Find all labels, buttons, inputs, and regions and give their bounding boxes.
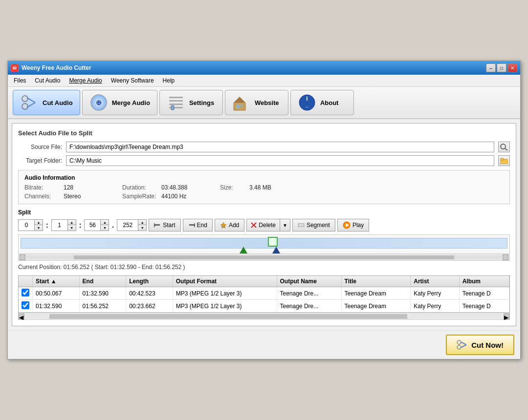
- svg-point-23: [501, 144, 506, 149]
- play-label: Play: [352, 222, 364, 229]
- add-button[interactable]: Add: [215, 219, 244, 231]
- row-checkbox[interactable]: [22, 301, 29, 309]
- end-icon: [188, 222, 195, 229]
- col-start[interactable]: Start ▲: [33, 276, 80, 287]
- scroll-right-btn[interactable]: [503, 254, 508, 260]
- svg-point-42: [458, 341, 460, 343]
- hours-spinbox[interactable]: ▲ ▼: [18, 219, 43, 231]
- row-album: Teenage D: [459, 287, 509, 300]
- milliseconds-up[interactable]: ▲: [138, 220, 146, 225]
- source-input[interactable]: [66, 142, 494, 152]
- start-label: Start: [163, 222, 175, 229]
- col-end[interactable]: End: [79, 276, 126, 287]
- colon-1: :: [45, 221, 49, 229]
- row-checkbox[interactable]: [22, 289, 29, 296]
- svg-text:i: i: [306, 95, 308, 102]
- target-browse-button[interactable]: [498, 155, 510, 166]
- target-label: Target Folder:: [18, 157, 62, 164]
- minutes-spinbox[interactable]: ▲ ▼: [51, 219, 76, 231]
- toolbar-settings[interactable]: Settings: [159, 90, 223, 115]
- cut-now-button[interactable]: Cut Now!: [446, 335, 514, 355]
- delete-button[interactable]: Delete: [246, 219, 280, 231]
- timeline-area[interactable]: [18, 234, 510, 261]
- split-section: Split ▲ ▼ : ▲ ▼ :: [18, 209, 510, 320]
- hours-input[interactable]: [19, 221, 34, 230]
- hours-arrows: ▲ ▼: [34, 220, 43, 231]
- timeline-handle[interactable]: [268, 237, 278, 247]
- end-marker: [272, 247, 280, 253]
- hours-up[interactable]: ▲: [35, 220, 43, 225]
- svg-text:✂: ✂: [13, 66, 17, 71]
- row-album: Teenage D: [459, 300, 509, 313]
- seconds-spinbox[interactable]: ▲ ▼: [84, 219, 109, 231]
- milliseconds-arrows: ▲ ▼: [138, 220, 146, 231]
- col-length[interactable]: Length: [126, 276, 173, 287]
- menu-files[interactable]: Files: [10, 76, 30, 85]
- seconds-input[interactable]: [85, 221, 100, 230]
- hours-down[interactable]: ▼: [35, 225, 43, 231]
- toolbar-cut-audio[interactable]: Cut Audio: [13, 90, 80, 115]
- toolbar: Cut Audio ⊕ Merge Audio: [8, 87, 520, 119]
- bitrate-value: 128: [64, 184, 122, 191]
- end-button[interactable]: End: [183, 219, 213, 231]
- delete-btn-wrap: Delete ▼: [246, 219, 290, 231]
- hscroll-right[interactable]: ▶: [504, 314, 509, 319]
- source-browse-button[interactable]: [498, 142, 510, 152]
- seconds-arrows: ▲ ▼: [100, 220, 109, 231]
- row-format: MP3 (MPEG 1/2 Layer 3): [173, 300, 277, 313]
- toolbar-website[interactable]: Website: [225, 90, 288, 115]
- menu-cut-audio[interactable]: Cut Audio: [31, 76, 64, 85]
- segment-button[interactable]: Segment: [292, 219, 335, 231]
- section-title: Select Audio File to Split: [18, 129, 510, 137]
- col-title[interactable]: Title: [341, 276, 411, 287]
- seconds-up[interactable]: ▲: [101, 220, 109, 225]
- target-input[interactable]: [66, 155, 494, 166]
- minimize-button[interactable]: –: [486, 63, 496, 72]
- samplerate-value: 44100 Hz: [161, 193, 220, 200]
- menu-merge-audio[interactable]: Merge Audio: [65, 76, 106, 85]
- menu-bar: Files Cut Audio Merge Audio Weeny Softwa…: [8, 75, 520, 87]
- col-artist[interactable]: Artist: [411, 276, 459, 287]
- toolbar-merge-audio[interactable]: ⊕ Merge Audio: [82, 90, 157, 115]
- seconds-down[interactable]: ▼: [101, 225, 109, 231]
- menu-weeny-software[interactable]: Weeny Software: [107, 76, 158, 85]
- svg-point-41: [458, 346, 460, 348]
- delete-dropdown-arrow[interactable]: ▼: [280, 219, 290, 231]
- minutes-arrows: ▲ ▼: [67, 220, 76, 231]
- svg-marker-17: [234, 97, 245, 103]
- row-title: Teenage Dream: [341, 300, 411, 313]
- audio-info-box: Audio Information Bitrate: 128 Duration:…: [18, 170, 510, 204]
- row-end: 01:56.252: [79, 300, 126, 313]
- milliseconds-input[interactable]: [117, 221, 138, 230]
- table-hscroll[interactable]: ◀ ▶: [18, 313, 510, 320]
- delete-label: Delete: [259, 222, 276, 229]
- split-controls: ▲ ▼ : ▲ ▼ : ▲ ▼: [18, 219, 510, 231]
- hscroll-left[interactable]: ◀: [19, 314, 24, 319]
- col-album[interactable]: Album: [459, 276, 509, 287]
- col-output-name[interactable]: Output Name: [277, 276, 341, 287]
- minutes-up[interactable]: ▲: [68, 220, 76, 225]
- toolbar-about[interactable]: i _ About: [290, 90, 354, 115]
- table-container[interactable]: Start ▲ End Length Output Format Output …: [18, 275, 510, 313]
- row-checkbox-cell[interactable]: [19, 300, 33, 313]
- milliseconds-spinbox[interactable]: ▲ ▼: [117, 219, 147, 231]
- row-length: 00:23.662: [126, 300, 173, 313]
- svg-marker-30: [193, 223, 195, 228]
- close-button[interactable]: ✕: [507, 63, 517, 72]
- start-icon: [154, 222, 161, 229]
- timeline-scrollbar[interactable]: [19, 253, 509, 260]
- start-button[interactable]: Start: [149, 219, 180, 231]
- magnifier-icon: [500, 144, 508, 150]
- menu-help[interactable]: Help: [159, 76, 179, 85]
- row-checkbox-cell[interactable]: [19, 287, 33, 300]
- svg-line-6: [27, 98, 35, 103]
- scroll-left-btn[interactable]: [20, 254, 25, 260]
- col-format[interactable]: Output Format: [173, 276, 277, 287]
- minutes-input[interactable]: [52, 221, 67, 230]
- play-button[interactable]: Play: [337, 219, 369, 231]
- minutes-down[interactable]: ▼: [68, 225, 76, 231]
- source-file-row: Source File:: [18, 142, 510, 152]
- milliseconds-down[interactable]: ▼: [138, 225, 146, 231]
- svg-rect-26: [500, 158, 504, 160]
- maximize-button[interactable]: □: [497, 63, 506, 72]
